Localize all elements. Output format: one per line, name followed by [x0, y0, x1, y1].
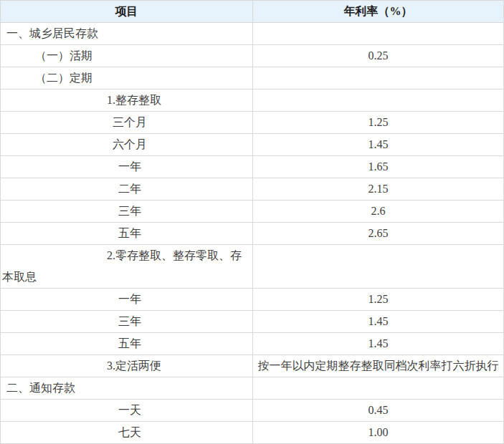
- item-cell: 五年: [1, 223, 253, 245]
- table-row: 三个月1.25: [1, 112, 504, 134]
- table-row: 五年1.45: [1, 333, 504, 355]
- rate-cell: 1.25: [253, 289, 504, 311]
- rate-cell: 2.15: [253, 178, 504, 201]
- rate-cell: 0.45: [253, 400, 504, 422]
- col-header-item: 项目: [1, 1, 253, 23]
- item-cell: 六个月: [1, 134, 253, 156]
- rate-cell: [253, 377, 504, 400]
- rate-cell: 1.00: [253, 422, 504, 444]
- col-header-annual-rate: 年利率（%）: [253, 1, 504, 23]
- table-body: 一、城乡居民存款（一）活期0.25（二）定期1.整存整取三个月1.25六个月1.…: [1, 23, 504, 444]
- table-row: 三年2.6: [1, 201, 504, 223]
- item-cell: 三个月: [1, 112, 253, 134]
- table-row: 1.整存整取: [1, 90, 504, 112]
- table-row: 七天1.00: [1, 422, 504, 444]
- table-row: 3.定活两便按一年以内定期整存整取同档次利率打六折执行: [1, 355, 504, 377]
- rate-cell: [253, 67, 504, 90]
- rate-cell: [253, 90, 504, 112]
- table-row: 一天0.45: [1, 400, 504, 422]
- rate-cell: 2.6: [253, 201, 504, 223]
- item-cell: 一年: [1, 156, 253, 178]
- rate-cell: 1.65: [253, 156, 504, 178]
- table-row: （二）定期: [1, 67, 504, 90]
- item-cell: 二年: [1, 178, 253, 201]
- item-cell: 3.定活两便: [1, 355, 253, 377]
- table-row: 二年2.15: [1, 178, 504, 201]
- rate-cell: 1.45: [253, 333, 504, 355]
- item-cell: 七天: [1, 422, 253, 444]
- item-cell: 一天: [1, 400, 253, 422]
- table-row: （一）活期0.25: [1, 45, 504, 67]
- item-cell: 二、通知存款: [1, 377, 253, 400]
- rate-cell: [253, 23, 504, 45]
- table-row: 三年1.45: [1, 311, 504, 333]
- table-row: 一年1.65: [1, 156, 504, 178]
- table-row: 2.零存整取、整存零取、存本取息: [1, 245, 504, 289]
- deposit-rate-table: 项目 年利率（%） 一、城乡居民存款（一）活期0.25（二）定期1.整存整取三个…: [0, 0, 504, 444]
- rate-cell: 1.25: [253, 112, 504, 134]
- header-row: 项目 年利率（%）: [1, 1, 504, 23]
- item-cell: （一）活期: [1, 45, 253, 67]
- rate-cell: [253, 245, 504, 289]
- table-row: 五年2.65: [1, 223, 504, 245]
- rate-cell: 按一年以内定期整存整取同档次利率打六折执行: [253, 355, 504, 377]
- item-cell: 五年: [1, 333, 253, 355]
- rate-cell: 1.45: [253, 311, 504, 333]
- item-cell: （二）定期: [1, 67, 253, 90]
- table-row: 一年1.25: [1, 289, 504, 311]
- rate-cell: 0.25: [253, 45, 504, 67]
- item-cell: 三年: [1, 201, 253, 223]
- item-cell: 一年: [1, 289, 253, 311]
- rate-cell: 2.65: [253, 223, 504, 245]
- table-row: 二、通知存款: [1, 377, 504, 400]
- item-cell: 三年: [1, 311, 253, 333]
- deposit-rate-page: 项目 年利率（%） 一、城乡居民存款（一）活期0.25（二）定期1.整存整取三个…: [0, 0, 504, 444]
- item-cell: 2.零存整取、整存零取、存本取息: [1, 245, 253, 289]
- item-cell: 一、城乡居民存款: [1, 23, 253, 45]
- rate-cell: 1.45: [253, 134, 504, 156]
- table-row: 一、城乡居民存款: [1, 23, 504, 45]
- item-cell: 1.整存整取: [1, 90, 253, 112]
- table-row: 六个月1.45: [1, 134, 504, 156]
